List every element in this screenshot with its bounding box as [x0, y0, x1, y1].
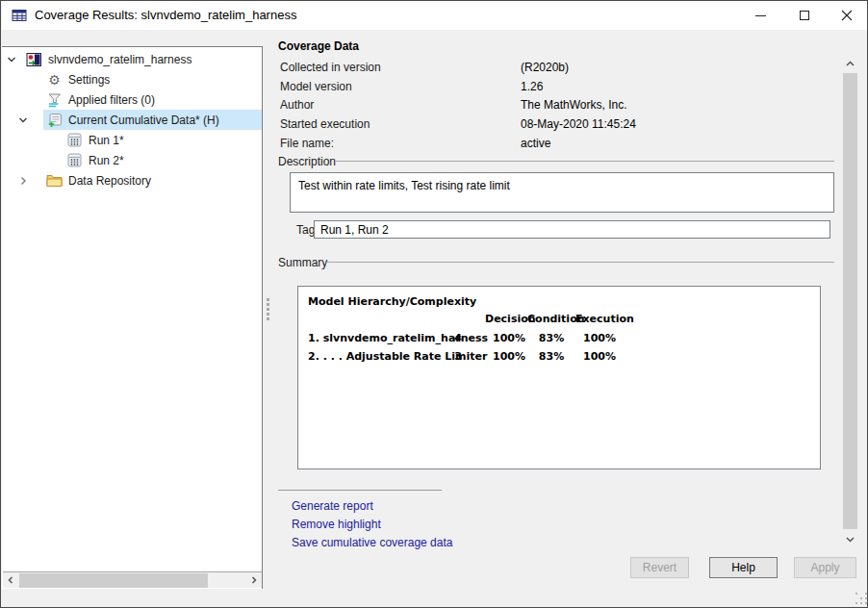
row-execution: 100% — [575, 332, 624, 344]
window-title: Coverage Results: slvnvdemo_ratelim_harn… — [35, 1, 296, 30]
tree-item-run-1[interactable]: Run 1* — [2, 130, 262, 150]
field-collected-in-version: Collected in version (R2020b) — [280, 61, 836, 79]
model-icon — [26, 52, 42, 67]
chevron-down-icon[interactable] — [17, 114, 29, 126]
description-divider — [335, 161, 834, 162]
revert-button[interactable]: Revert — [630, 557, 689, 578]
coverage-data-heading: Coverage Data — [278, 39, 359, 53]
scroll-up-icon[interactable] — [842, 56, 858, 72]
field-value: (R2020b) — [521, 61, 569, 74]
field-label: Started execution — [280, 117, 370, 131]
chevron-down-icon[interactable] — [6, 54, 17, 65]
column-header-decision: Decision — [485, 313, 533, 325]
cumulative-data-icon — [46, 113, 63, 128]
maximize-icon — [800, 11, 809, 20]
summary-label: Summary — [278, 256, 327, 269]
field-started-execution: Started execution 08-May-2020 11:45:24 — [280, 117, 836, 136]
scroll-left-icon[interactable] — [3, 572, 18, 588]
table-row[interactable]: 2. . . . Adjustable Rate Limiter 3 100% … — [298, 350, 820, 366]
field-label: Collected in version — [280, 61, 381, 74]
filter-icon — [46, 92, 63, 108]
minimize-button[interactable] — [739, 1, 782, 30]
field-value: 08-May-2020 11:45:24 — [521, 117, 636, 131]
close-icon — [841, 10, 853, 21]
tree-item-label: Applied filters (0) — [68, 93, 155, 107]
field-value: The MathWorks, Inc. — [521, 98, 626, 112]
field-label: Author — [280, 98, 314, 112]
run-icon — [66, 153, 83, 168]
field-author: Author The MathWorks, Inc. — [280, 98, 836, 116]
results-tree-panel: slvnvdemo_ratelim_harness ⚙ Settings — [2, 46, 263, 589]
table-row[interactable]: 1. slvnvdemo_ratelim_harness 4 100% 83% … — [298, 332, 820, 347]
links-divider — [278, 490, 442, 491]
tag-input[interactable] — [314, 220, 830, 239]
apply-button[interactable]: Apply — [794, 557, 856, 578]
horizontal-scrollbar[interactable] — [3, 571, 262, 588]
remove-highlight-link[interactable]: Remove highlight — [292, 518, 381, 531]
field-file-name: File name: active — [280, 137, 836, 155]
scroll-right-icon[interactable] — [246, 572, 262, 588]
field-value: active — [521, 137, 550, 150]
description-textarea[interactable]: Test within rate limits, Test rising rat… — [290, 172, 834, 213]
coverage-results-window: Coverage Results: slvnvdemo_ratelim_harn… — [0, 0, 868, 608]
gear-icon: ⚙ — [46, 72, 63, 88]
titlebar[interactable]: Coverage Results: slvnvdemo_ratelim_harn… — [2, 1, 867, 30]
app-icon — [12, 8, 27, 23]
summary-table-title: Model Hierarchy/Complexity — [308, 295, 476, 308]
close-button[interactable] — [825, 1, 868, 30]
field-value: 1.26 — [521, 80, 543, 93]
summary-table: Model Hierarchy/Complexity Decision Cond… — [297, 286, 821, 469]
tree-item-applied-filters[interactable]: Applied filters (0) — [2, 89, 262, 110]
summary-divider — [327, 262, 834, 263]
tree-item-label: Current Cumulative Data* (H) — [68, 114, 219, 127]
panel-splitter-handle[interactable] — [267, 298, 269, 301]
row-condition: 83% — [527, 350, 575, 363]
row-complexity: 4 — [439, 332, 477, 344]
horizontal-scrollbar-thumb[interactable] — [19, 573, 208, 588]
summary-header-row: Decision Condition Execution — [298, 313, 820, 328]
row-execution: 100% — [575, 350, 624, 363]
row-decision: 100% — [485, 332, 533, 344]
column-header-condition: Condition — [527, 313, 575, 325]
row-condition: 83% — [527, 332, 575, 344]
tree-item-label: slvnvdemo_ratelim_harness — [48, 53, 191, 66]
minimize-icon — [755, 15, 766, 16]
column-header-execution: Execution — [575, 313, 624, 325]
tree-item-label: Data Repository — [68, 174, 151, 188]
tree-item-label: Run 2* — [89, 154, 124, 167]
tree-item-label: Run 1* — [89, 134, 124, 147]
row-complexity: 3 — [439, 350, 477, 363]
maximize-button[interactable] — [782, 1, 826, 30]
vertical-scrollbar[interactable] — [842, 56, 858, 547]
window-resize-handle[interactable] — [855, 593, 857, 595]
run-icon — [66, 133, 83, 148]
field-model-version: Model version 1.26 — [280, 80, 836, 98]
field-label: File name: — [280, 137, 334, 150]
help-button[interactable]: Help — [709, 557, 778, 578]
generate-report-link[interactable]: Generate report — [292, 499, 373, 513]
tree-item-current-cumulative-data[interactable]: Current Cumulative Data* (H) — [2, 110, 262, 130]
tree-item-settings[interactable]: ⚙ Settings — [2, 69, 262, 89]
tree-item-run-2[interactable]: Run 2* — [2, 150, 262, 170]
folder-icon — [46, 173, 63, 189]
chevron-right-icon[interactable] — [17, 175, 29, 187]
description-label: Description — [278, 155, 336, 168]
tree-item-model[interactable]: slvnvdemo_ratelim_harness — [2, 49, 262, 69]
row-decision: 100% — [485, 350, 533, 363]
vertical-scrollbar-thumb[interactable] — [843, 73, 857, 529]
scroll-down-icon[interactable] — [842, 531, 858, 547]
tree-item-label: Settings — [68, 73, 110, 87]
tree-item-data-repository[interactable]: Data Repository — [2, 170, 262, 190]
save-cumulative-coverage-data-link[interactable]: Save cumulative coverage data — [292, 536, 452, 549]
field-label: Model version — [280, 80, 352, 93]
